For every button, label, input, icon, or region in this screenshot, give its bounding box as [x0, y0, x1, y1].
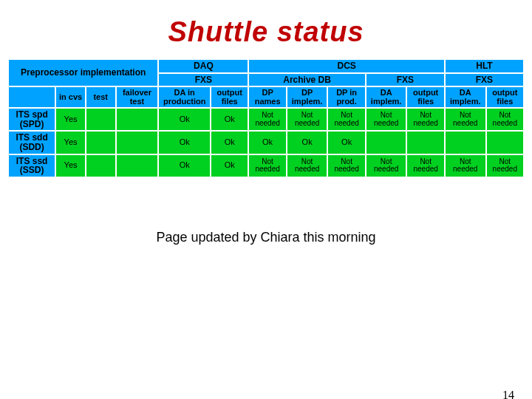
cell	[445, 131, 486, 154]
cell: Not needed	[406, 154, 444, 177]
cell: Not needed	[248, 154, 286, 177]
status-table-container: Preprocessor implementation DAQ DCS HLT …	[7, 58, 525, 178]
cell: Yes	[55, 108, 86, 131]
cell: Not needed	[327, 108, 365, 131]
hdr-dcs: DCS	[248, 59, 444, 73]
status-table: Preprocessor implementation DAQ DCS HLT …	[7, 58, 525, 178]
col-da-impl-2: DA implem.	[445, 86, 486, 108]
cell: Not needed	[445, 154, 486, 177]
cell: Not needed	[366, 154, 407, 177]
cell: Ok	[287, 131, 328, 154]
cell: Yes	[55, 131, 86, 154]
row-label: ITS ssd (SSD)	[8, 154, 55, 177]
cell: Not needed	[327, 154, 365, 177]
hdr-dcs-archive: Archive DB	[248, 73, 365, 87]
cell: Ok	[327, 131, 365, 154]
col-output-1: output files	[211, 86, 248, 108]
cell: Not needed	[287, 154, 328, 177]
hdr-dcs-fxs: FXS	[366, 73, 445, 87]
cell: Not needed	[287, 108, 328, 131]
cell	[406, 131, 444, 154]
col-da-prod: DA in production	[158, 86, 211, 108]
col-output-2: output files	[406, 86, 444, 108]
cell: Not needed	[486, 108, 524, 131]
row-label: ITS sdd (SDD)	[8, 131, 55, 154]
page-number: 14	[502, 389, 514, 399]
cell: Ok	[211, 154, 248, 177]
hdr-hlt-fxs: FXS	[445, 73, 524, 87]
row-label: ITS spd (SPD)	[8, 108, 55, 131]
col-output-3: output files	[486, 86, 524, 108]
hdr-hlt: HLT	[445, 59, 524, 73]
col-failover: failover test	[116, 86, 159, 108]
cell	[86, 154, 116, 177]
col-da-impl-1: DA implem.	[366, 86, 407, 108]
cell: Not needed	[366, 108, 407, 131]
table-row: ITS sdd (SDD) Yes Ok Ok Ok Ok Ok	[8, 131, 524, 154]
col-in-cvs: in cvs	[55, 86, 86, 108]
table-row: ITS spd (SPD) Yes Ok Ok Not needed Not n…	[8, 108, 524, 131]
cell: Ok	[211, 131, 248, 154]
col-test: test	[86, 86, 116, 108]
cell: Ok	[158, 154, 211, 177]
hdr-preprocessor: Preprocessor implementation	[8, 59, 158, 86]
cell: Ok	[158, 108, 211, 131]
header-row-1: Preprocessor implementation DAQ DCS HLT	[8, 59, 524, 73]
cell	[116, 108, 159, 131]
cell: Not needed	[486, 154, 524, 177]
cell: Ok	[248, 131, 286, 154]
header-row-3: in cvs test failover test DA in producti…	[8, 86, 524, 108]
col-dp-prod: DP in prod.	[327, 86, 365, 108]
hdr-daq-fxs: FXS	[158, 73, 248, 87]
caption-text: Page updated by Chiara this morning	[0, 230, 532, 245]
cell: Ok	[211, 108, 248, 131]
cell: Not needed	[445, 108, 486, 131]
cell: Not needed	[248, 108, 286, 131]
slide-title: Shuttle status	[0, 16, 532, 48]
col-dp-impl: DP implem.	[287, 86, 328, 108]
hdr-blank	[8, 86, 55, 108]
cell	[116, 154, 159, 177]
cell: Ok	[158, 131, 211, 154]
cell: Not needed	[406, 108, 444, 131]
cell	[86, 108, 116, 131]
col-dp-names: DP names	[248, 86, 286, 108]
hdr-daq: DAQ	[158, 59, 248, 73]
cell: Yes	[55, 154, 86, 177]
cell	[86, 131, 116, 154]
table-row: ITS ssd (SSD) Yes Ok Ok Not needed Not n…	[8, 154, 524, 177]
cell	[486, 131, 524, 154]
cell	[366, 131, 407, 154]
cell	[116, 131, 159, 154]
